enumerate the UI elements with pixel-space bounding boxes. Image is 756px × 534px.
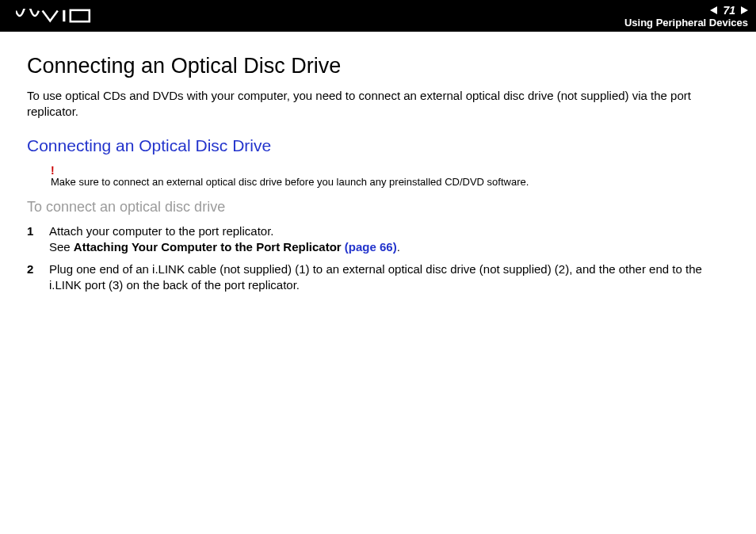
next-page-arrow-icon[interactable] (741, 6, 748, 14)
warning-block: ! Make sure to connect an external optic… (27, 165, 729, 188)
section-title: Using Peripheral Devices (624, 17, 748, 29)
step-text: Attach your computer to the port replica… (49, 224, 273, 238)
procedure-heading: To connect an optical disc drive (27, 199, 729, 216)
step-body: Attach your computer to the port replica… (49, 223, 729, 256)
subsection-title: Connecting an Optical Disc Drive (27, 136, 729, 155)
step-number: 2 (27, 261, 49, 294)
page-navigation: 71 (710, 4, 748, 17)
step-body: Plug one end of an i.LINK cable (not sup… (49, 261, 729, 294)
page-number: 71 (720, 4, 738, 17)
header-right: 71 Using Peripheral Devices (624, 4, 748, 29)
intro-paragraph: To use optical CDs and DVDs with your co… (27, 88, 729, 120)
step-number: 1 (27, 223, 49, 256)
step-item: 2 Plug one end of an i.LINK cable (not s… (27, 261, 729, 294)
prev-page-arrow-icon[interactable] (710, 6, 717, 14)
step-item: 1 Attach your computer to the port repli… (27, 223, 729, 256)
warning-text: Make sure to connect an external optical… (51, 176, 729, 188)
page-title: Connecting an Optical Disc Drive (27, 54, 729, 78)
step-see-prefix: See (49, 240, 74, 254)
cross-reference-page-link[interactable]: (page 66) (345, 240, 397, 254)
svg-rect-0 (63, 10, 65, 21)
cross-reference-title: Attaching Your Computer to the Port Repl… (74, 240, 345, 254)
steps-list: 1 Attach your computer to the port repli… (27, 223, 729, 294)
vaio-logo (16, 0, 92, 32)
page-header: 71 Using Peripheral Devices (0, 0, 756, 32)
warning-icon: ! (51, 165, 729, 176)
step-see-suffix: . (397, 240, 400, 254)
page-content: Connecting an Optical Disc Drive To use … (0, 32, 756, 294)
svg-rect-1 (71, 10, 90, 21)
